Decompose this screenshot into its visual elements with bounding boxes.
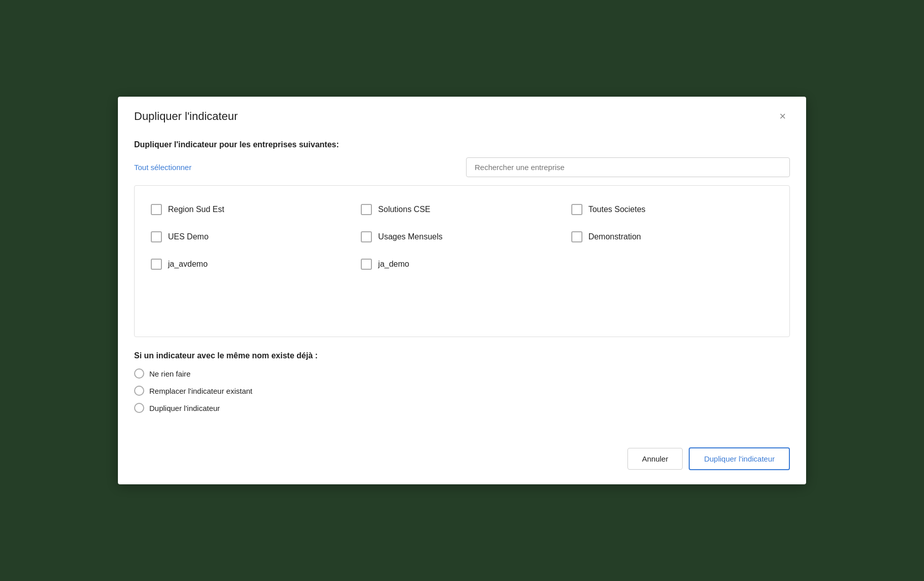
radio-label-remplacer: Remplacer l'indicateur existant: [149, 387, 253, 395]
radio-label-dupliquer: Dupliquer l'indicateur: [149, 404, 220, 412]
list-item: Solutions CSE: [357, 196, 567, 223]
companies-container: Region Sud Est Solutions CSE Toutes Soci…: [134, 185, 790, 337]
radio-ne-rien-faire[interactable]: [134, 368, 144, 379]
list-item: Demonstration: [567, 223, 777, 251]
select-all-button[interactable]: Tout sélectionner: [134, 163, 191, 172]
conflict-section: Si un indicateur avec le même nom existe…: [134, 351, 790, 413]
company-checkbox-ues-demo[interactable]: [151, 231, 162, 242]
radio-dupliquer[interactable]: [134, 403, 144, 413]
modal-dialog: Dupliquer l'indicateur × Dupliquer l'ind…: [118, 97, 806, 484]
modal-title: Dupliquer l'indicateur: [134, 110, 238, 123]
modal-footer: Annuler Dupliquer l'indicateur: [118, 439, 806, 484]
modal-body: Dupliquer l'indicateur pour les entrepri…: [118, 132, 806, 439]
list-item-empty: [567, 251, 777, 278]
radio-label-ne-rien-faire: Ne rien faire: [149, 369, 191, 378]
confirm-button[interactable]: Dupliquer l'indicateur: [689, 447, 790, 470]
company-checkbox-ja-avdemo[interactable]: [151, 259, 162, 270]
list-item: Toutes Societes: [567, 196, 777, 223]
company-checkbox-solutions-cse[interactable]: [361, 204, 372, 215]
company-label: Demonstration: [589, 232, 641, 241]
radio-option-remplacer[interactable]: Remplacer l'indicateur existant: [134, 386, 790, 396]
company-label: Region Sud Est: [168, 205, 224, 214]
company-label: UES Demo: [168, 232, 208, 241]
company-checkbox-demonstration[interactable]: [571, 231, 582, 242]
list-item: ja_avdemo: [147, 251, 357, 278]
list-item: ja_demo: [357, 251, 567, 278]
section2-title: Si un indicateur avec le même nom existe…: [134, 351, 790, 360]
companies-grid: Region Sud Est Solutions CSE Toutes Soci…: [147, 196, 777, 278]
company-label: ja_avdemo: [168, 260, 207, 269]
close-button[interactable]: ×: [775, 109, 790, 124]
company-checkbox-region-sud-est[interactable]: [151, 204, 162, 215]
search-input[interactable]: [466, 157, 790, 177]
section1-title: Dupliquer l'indicateur pour les entrepri…: [134, 140, 790, 149]
radio-option-ne-rien-faire[interactable]: Ne rien faire: [134, 368, 790, 379]
company-checkbox-ja-demo[interactable]: [361, 259, 372, 270]
list-item: Usages Mensuels: [357, 223, 567, 251]
company-label: Toutes Societes: [589, 205, 646, 214]
toolbar-row: Tout sélectionner: [134, 157, 790, 177]
company-checkbox-usages-mensuels[interactable]: [361, 231, 372, 242]
cancel-button[interactable]: Annuler: [627, 448, 683, 470]
radio-remplacer[interactable]: [134, 386, 144, 396]
radio-option-dupliquer[interactable]: Dupliquer l'indicateur: [134, 403, 790, 413]
company-label: ja_demo: [378, 260, 409, 269]
modal-overlay: Dupliquer l'indicateur × Dupliquer l'ind…: [0, 0, 924, 581]
list-item: Region Sud Est: [147, 196, 357, 223]
list-item: UES Demo: [147, 223, 357, 251]
company-label: Solutions CSE: [378, 205, 430, 214]
company-label: Usages Mensuels: [378, 232, 442, 241]
company-checkbox-toutes-societes[interactable]: [571, 204, 582, 215]
modal-header: Dupliquer l'indicateur ×: [118, 97, 806, 132]
